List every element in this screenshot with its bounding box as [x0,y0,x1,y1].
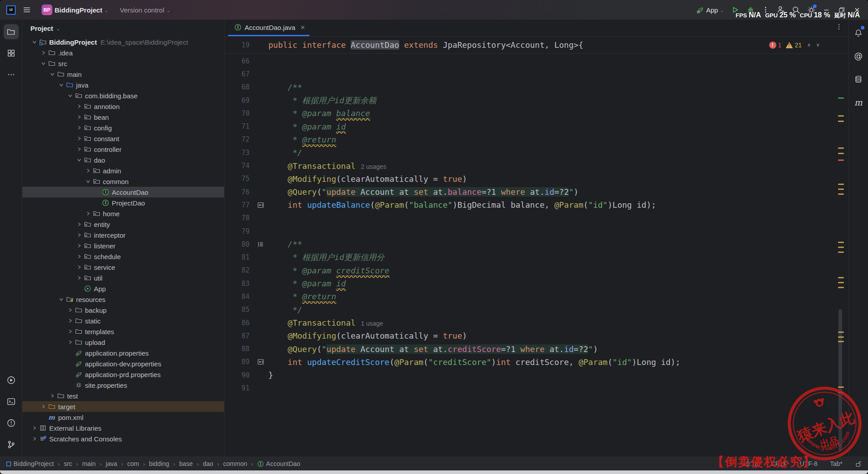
code-text[interactable]: /** [268,83,848,92]
stripe-mark-yellow[interactable] [838,189,844,190]
code-text[interactable]: @Modifying(clearAutomatically = true) [268,331,848,340]
stripe-mark-yellow[interactable] [838,184,844,185]
chevron-closed-icon[interactable] [74,222,84,227]
code-line-84[interactable]: 84 * @return [224,290,848,303]
breadcrumb-item-java[interactable]: java [106,460,117,467]
code-line-78[interactable]: 78 [224,212,848,225]
tree-item-target[interactable]: target [22,401,224,412]
tree-item-pom-xml[interactable]: mpom.xml [22,412,224,423]
chevron-closed-icon[interactable] [74,264,84,270]
tree-item-biddingproject[interactable]: BiddingProjectE:\idea_space\BiddingProje… [22,37,224,47]
line-number[interactable]: 86 [224,319,253,327]
code-text[interactable]: * @param id [268,122,848,131]
stripe-mark-yellow[interactable] [838,386,844,388]
encoding-selector[interactable]: UTF-8 [800,460,817,467]
code-editor[interactable]: 666768 /**69 * 根据用户id更新余额70 * @param bal… [224,54,848,457]
sticky-line-number[interactable]: 19 [224,41,253,49]
tree-item-application-properties[interactable]: application.properties [22,348,224,358]
line-number[interactable]: 66 [224,57,253,65]
stripe-mark-yellow[interactable] [838,282,844,283]
code-text[interactable]: @Query("update Account at set at.balance… [268,187,848,197]
code-line-77[interactable]: 77 int updateBalance(@Param("balance")Bi… [224,198,848,211]
chevron-closed-icon[interactable] [83,168,93,173]
chevron-down-icon[interactable]: ⌄ [56,26,60,31]
tree-item-constant[interactable]: constant [22,133,224,144]
chevron-closed-icon[interactable] [74,243,84,248]
code-line-87[interactable]: 87 @Modifying(clearAutomatically = true) [224,329,848,342]
chevron-closed-icon[interactable] [65,329,75,334]
tree-item-interceptor[interactable]: interceptor [22,230,224,240]
line-number[interactable]: 90 [224,371,253,379]
code-text[interactable]: * @return [268,292,848,301]
tab-close-icon[interactable]: ✕ [300,24,305,31]
tree-item-main[interactable]: main [22,69,224,80]
chevron-closed-icon[interactable] [74,125,84,130]
code-text[interactable]: int updateCreditScore(@Param("creditScor… [268,357,848,367]
code-text[interactable]: * 根据用户id更新信用分 [268,252,848,263]
indent-selector[interactable]: Tab* [830,460,843,467]
code-text[interactable]: * @param balance [268,109,848,118]
tree-item-projectdao[interactable]: IProjectDao [22,197,224,208]
tree-item-dao[interactable]: dao [22,155,224,165]
stripe-mark-red[interactable] [838,159,844,161]
chevron-open-icon[interactable] [56,297,66,302]
chevron-closed-icon[interactable] [74,104,84,109]
stripe-mark-yellow[interactable] [838,252,844,253]
minimize-button[interactable] [820,3,833,17]
tree-item-application-prd-properties[interactable]: application-prd.properties [22,369,224,380]
line-number[interactable]: 67 [224,70,253,78]
code-text[interactable]: @Transactional1 usage [268,318,848,327]
line-number[interactable]: 80 [224,240,253,248]
code-text[interactable]: /** [268,239,848,249]
breadcrumb-item-main[interactable]: main [82,460,96,467]
tree-item-upload[interactable]: upload [22,337,224,348]
project-toolwindow-button[interactable] [4,24,19,39]
run-configuration-selector[interactable]: App ⌄ [694,4,727,16]
stripe-mark-yellow[interactable] [838,193,844,195]
line-number[interactable]: 76 [224,188,253,196]
debug-button[interactable] [744,3,757,17]
database-toolwindow-button[interactable] [851,71,866,87]
code-text[interactable]: * @return [268,135,848,144]
tree-item-config[interactable]: config [22,122,224,133]
console-gutter-icon[interactable] [253,358,268,365]
line-number[interactable]: 77 [224,201,253,209]
tree-item-listener[interactable]: listener [22,240,224,251]
chevron-closed-icon[interactable] [30,425,39,431]
tree-item-common[interactable]: common [22,176,224,187]
chevron-closed-icon[interactable] [38,404,48,409]
prev-problem-button[interactable]: ∧ [807,42,811,48]
chevron-closed-icon[interactable] [74,232,84,238]
tree-item-templates[interactable]: templates [22,326,224,337]
chevron-closed-icon[interactable] [83,211,93,216]
line-number[interactable]: 75 [224,175,253,183]
line-number[interactable]: 81 [224,253,253,261]
tree-item-bean[interactable]: bean [22,112,224,122]
stripe-mark-yellow[interactable] [838,115,844,117]
chevron-closed-icon[interactable] [65,307,75,313]
chevron-open-icon[interactable] [56,82,66,88]
code-text[interactable]: @Transactional2 usages [268,161,848,171]
code-line-88[interactable]: 88 @Query("update Account at set at.cred… [224,343,848,356]
tree-item-admin[interactable]: admin [22,165,224,176]
code-text[interactable]: */ [268,148,848,157]
line-number[interactable]: 72 [224,135,253,143]
line-number[interactable]: 74 [224,162,253,170]
code-line-91[interactable]: 91 [224,382,848,394]
code-line-75[interactable]: 75 @Modifying(clearAutomatically = true) [224,172,848,185]
stripe-mark-yellow[interactable] [838,242,844,243]
breadcrumb-item-src[interactable]: src [64,460,72,467]
tree-item-src[interactable]: src [22,58,224,69]
code-line-69[interactable]: 69 * 根据用户id更新余额 [224,94,848,107]
code-line-66[interactable]: 66 [224,55,848,67]
code-text[interactable]: } [268,370,848,380]
run-button[interactable] [728,3,742,17]
chevron-closed-icon[interactable] [74,254,84,259]
close-button[interactable] [850,3,864,17]
problems-toolwindow-button[interactable] [4,415,19,431]
breadcrumb-item-com[interactable]: com [127,460,139,467]
chevron-open-icon[interactable] [30,39,39,45]
code-line-70[interactable]: 70 * @param balance [224,107,848,120]
terminal-toolwindow-button[interactable] [4,394,19,409]
line-number[interactable]: 70 [224,109,253,117]
